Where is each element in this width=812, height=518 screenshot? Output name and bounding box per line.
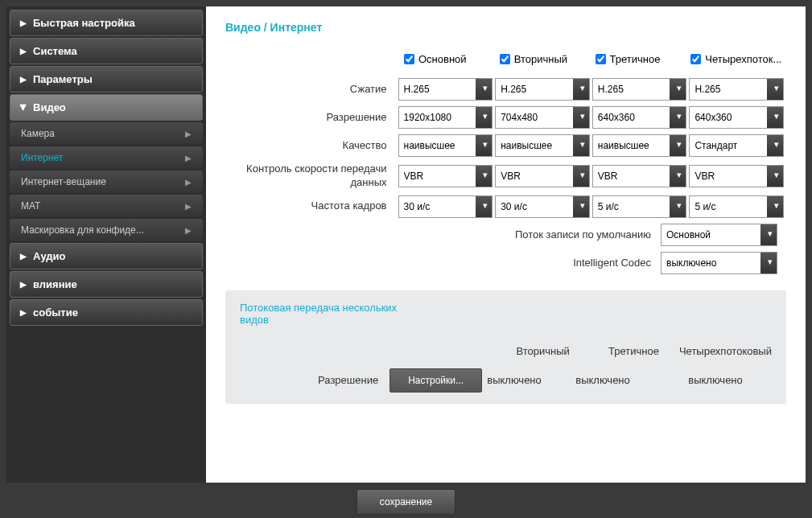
chevron-right-icon: ▶ bbox=[20, 47, 27, 56]
panel-val-tertiary: выключено bbox=[546, 374, 659, 386]
row-bitrate-control: Контроль скорости передачи данных VBR VB… bbox=[225, 162, 786, 190]
sub-label: Камера bbox=[21, 128, 55, 139]
quality-tertiary-select[interactable]: наивысшее bbox=[592, 134, 687, 157]
stream-label: Вторичный bbox=[514, 53, 567, 65]
panel-header-quad: Четырехпотоковый bbox=[679, 345, 772, 357]
nav-quick-setup[interactable]: ▶Быстрая настройка bbox=[10, 10, 203, 36]
multi-stream-panel: Потоковая передача нескольких видов Втор… bbox=[225, 290, 786, 404]
panel-val-quad: выключено bbox=[659, 374, 772, 386]
bitrate-quad-select[interactable]: VBR bbox=[689, 165, 784, 187]
framerate-primary-select[interactable]: 30 и/с bbox=[398, 195, 493, 218]
row-default-record: Поток записи по умолчанию Основной bbox=[225, 224, 777, 246]
sub-label: Маскировка для конфиде... bbox=[21, 224, 144, 236]
framerate-secondary-select[interactable]: 30 и/с bbox=[495, 195, 590, 218]
compression-primary-select[interactable]: H.265 bbox=[398, 78, 493, 101]
sub-internet[interactable]: Интернет▶ bbox=[10, 146, 203, 169]
footer: сохранение bbox=[6, 483, 806, 518]
sub-camera[interactable]: Камера▶ bbox=[10, 122, 203, 145]
stream-label: Основной bbox=[418, 53, 467, 65]
nav-video[interactable]: ▶Видео bbox=[10, 94, 203, 121]
chevron-right-icon: ▶ bbox=[20, 308, 27, 317]
row-quality: Качество наивысшее наивысшее наивысшее С… bbox=[225, 134, 786, 157]
quality-quad-select[interactable]: Стандарт bbox=[689, 134, 784, 157]
compression-secondary-select[interactable]: H.265 bbox=[495, 78, 590, 101]
main-content: Видео / Интернет Основной Вторичный Трет… bbox=[206, 6, 806, 483]
sidebar: ▶Быстрая настройка ▶Система ▶Параметры ▶… bbox=[6, 6, 206, 483]
nav-label: Параметры bbox=[33, 73, 93, 85]
sub-privacy-mask[interactable]: Маскировка для конфиде...▶ bbox=[10, 219, 203, 241]
sub-label: Интернет bbox=[21, 152, 63, 163]
row-compression: Сжатие H.265 H.265 H.265 H.265 bbox=[225, 78, 786, 101]
resolution-label: Разрешение bbox=[225, 111, 398, 125]
bitrate-control-label: Контроль скорости передачи данных bbox=[225, 162, 398, 190]
intelligent-codec-select[interactable]: выключено bbox=[661, 252, 777, 274]
panel-resolution-row: Разрешение Настройки... выключено выключ… bbox=[240, 368, 772, 393]
chevron-right-icon: ▶ bbox=[20, 18, 27, 27]
compression-quad-select[interactable]: H.265 bbox=[689, 78, 784, 101]
chevron-right-icon: ▶ bbox=[20, 252, 27, 261]
page-title: Видео / Интернет bbox=[225, 21, 786, 34]
stream-label: Четырехпоток... bbox=[705, 53, 781, 65]
nav-label: событие bbox=[33, 306, 78, 319]
panel-val-secondary: выключено bbox=[482, 374, 546, 386]
default-record-label: Поток записи по умолчанию bbox=[515, 228, 651, 240]
framerate-label: Частота кадров bbox=[225, 199, 398, 213]
stream-secondary: Вторичный bbox=[500, 53, 593, 65]
compression-label: Сжатие bbox=[225, 83, 398, 97]
settings-button[interactable]: Настройки... bbox=[390, 368, 482, 393]
nav-label: Система bbox=[33, 45, 77, 57]
nav-influence[interactable]: ▶влияние bbox=[10, 271, 203, 298]
quality-primary-select[interactable]: наивысшее bbox=[398, 134, 493, 157]
stream-secondary-checkbox[interactable] bbox=[500, 54, 510, 64]
resolution-primary-select[interactable]: 1920x1080 bbox=[398, 106, 493, 129]
panel-title: Потоковая передача нескольких видов bbox=[240, 302, 417, 326]
stream-tertiary: Третичное bbox=[596, 53, 689, 65]
nav-event[interactable]: ▶событие bbox=[10, 299, 203, 326]
sub-mat[interactable]: MAT▶ bbox=[10, 195, 203, 217]
nav-label: влияние bbox=[33, 278, 77, 290]
panel-header-secondary: Вторичный bbox=[497, 345, 588, 357]
chevron-down-icon: ▶ bbox=[19, 105, 28, 111]
chevron-right-icon: ▶ bbox=[185, 226, 192, 235]
chevron-right-icon: ▶ bbox=[185, 178, 192, 187]
compression-tertiary-select[interactable]: H.265 bbox=[592, 78, 687, 101]
nav-audio[interactable]: ▶Аудио bbox=[10, 243, 203, 269]
nav-label: Видео bbox=[33, 101, 66, 113]
stream-header-row: Основной Вторичный Третичное Четырехпото… bbox=[404, 53, 786, 65]
resolution-quad-select[interactable]: 640x360 bbox=[689, 106, 784, 129]
chevron-right-icon: ▶ bbox=[185, 130, 192, 138]
bitrate-secondary-select[interactable]: VBR bbox=[495, 165, 590, 187]
nav-label: Быстрая настройка bbox=[33, 17, 135, 29]
framerate-tertiary-select[interactable]: 5 и/с bbox=[592, 195, 687, 218]
chevron-right-icon: ▶ bbox=[185, 202, 192, 211]
panel-headers: Вторичный Третичное Четырехпотоковый bbox=[418, 345, 772, 357]
row-framerate: Частота кадров 30 и/с 30 и/с 5 и/с 5 и/с bbox=[225, 195, 786, 218]
chevron-right-icon: ▶ bbox=[185, 154, 192, 162]
stream-quad-checkbox[interactable] bbox=[690, 54, 701, 64]
nav-label: Аудио bbox=[33, 250, 65, 262]
row-resolution: Разрешение 1920x1080 704x480 640x360 640… bbox=[225, 106, 786, 129]
intelligent-codec-label: Intelligent Codec bbox=[573, 257, 651, 269]
panel-row-label: Разрешение bbox=[240, 374, 390, 386]
nav-system[interactable]: ▶Система bbox=[10, 38, 203, 64]
chevron-right-icon: ▶ bbox=[20, 280, 27, 289]
chevron-right-icon: ▶ bbox=[20, 75, 27, 84]
bitrate-tertiary-select[interactable]: VBR bbox=[592, 165, 687, 187]
save-button[interactable]: сохранение bbox=[357, 489, 455, 515]
quality-secondary-select[interactable]: наивысшее bbox=[495, 134, 590, 157]
resolution-secondary-select[interactable]: 704x480 bbox=[495, 106, 590, 129]
nav-parameters[interactable]: ▶Параметры bbox=[10, 66, 203, 92]
framerate-quad-select[interactable]: 5 и/с bbox=[689, 195, 784, 218]
panel-header-tertiary: Третичное bbox=[588, 345, 679, 357]
resolution-tertiary-select[interactable]: 640x360 bbox=[592, 106, 687, 129]
quality-label: Качество bbox=[225, 139, 398, 153]
sub-label: Интернет-вещание bbox=[21, 176, 106, 187]
stream-primary: Основной bbox=[404, 53, 497, 65]
stream-label: Третичное bbox=[610, 53, 661, 65]
stream-primary-checkbox[interactable] bbox=[404, 54, 414, 64]
stream-tertiary-checkbox[interactable] bbox=[596, 54, 606, 64]
default-record-select[interactable]: Основной bbox=[661, 224, 777, 246]
sub-label: MAT bbox=[21, 200, 40, 212]
sub-broadcast[interactable]: Интернет-вещание▶ bbox=[10, 171, 203, 193]
bitrate-primary-select[interactable]: VBR bbox=[398, 165, 493, 187]
